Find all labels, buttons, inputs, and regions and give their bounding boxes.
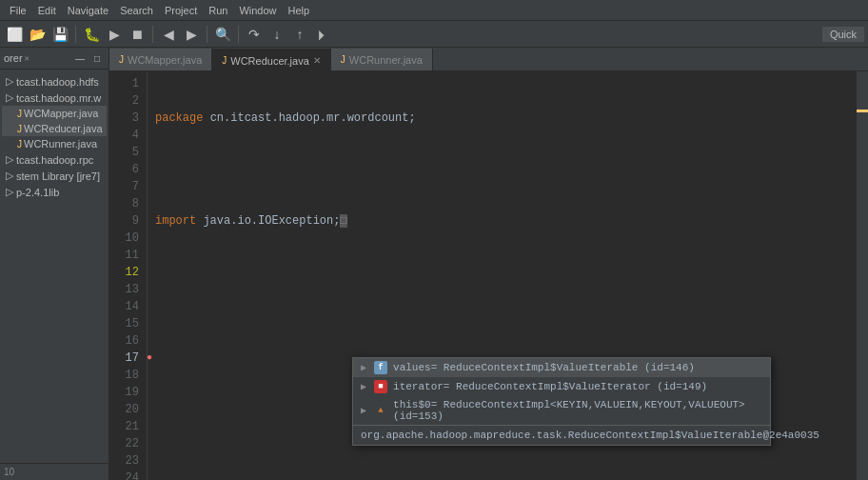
menu-help[interactable]: Help bbox=[283, 3, 316, 18]
code-line-2 bbox=[155, 161, 849, 178]
menu-edit[interactable]: Edit bbox=[32, 3, 62, 18]
tab-wcrunner[interactable]: J WCRunner.java bbox=[331, 49, 433, 70]
toolbar-forward[interactable]: ▶ bbox=[181, 24, 202, 45]
file-icon-2: J bbox=[17, 109, 22, 119]
tree-item-4[interactable]: J WCRunner.java bbox=[2, 136, 107, 151]
popup-expand-1: ▶ bbox=[361, 381, 366, 392]
toolbar-run[interactable]: ▶ bbox=[104, 24, 125, 45]
toolbar: ⬜ 📂 💾 🐛 ▶ ⏹ ◀ ▶ 🔍 ↷ ↓ ↑ ⏵ Quick bbox=[0, 21, 868, 48]
tab-wcreducer[interactable]: J WCReducer.java ✕ bbox=[212, 49, 331, 70]
code-line-8 bbox=[155, 470, 849, 480]
menu-window[interactable]: Window bbox=[233, 3, 282, 18]
file-icon-3: J bbox=[17, 124, 22, 134]
line-num-1: 1 bbox=[109, 75, 139, 92]
toolbar-sep4 bbox=[238, 26, 239, 43]
tree-item-1[interactable]: ▷ tcast.hadoop.mr.w bbox=[2, 90, 107, 106]
toolbar-step-over[interactable]: ↷ bbox=[244, 24, 265, 45]
tab-icon-wcmapper: J bbox=[119, 54, 124, 65]
line-num-19: 19 bbox=[109, 384, 139, 401]
menu-file[interactable]: File bbox=[4, 3, 32, 18]
tree-item-6[interactable]: ▷ stem Library [jre7] bbox=[2, 168, 107, 184]
toolbar-step-into[interactable]: ↓ bbox=[266, 24, 287, 45]
file-icon-4: J bbox=[17, 139, 22, 150]
tree-item-2[interactable]: J WCMapper.java bbox=[2, 106, 107, 121]
menu-navigate[interactable]: Navigate bbox=[62, 3, 114, 18]
line-num-22: 22 bbox=[109, 435, 139, 452]
toolbar-new[interactable]: ⬜ bbox=[4, 24, 25, 45]
popup-bottom-tooltip: org.apache.hadoop.mapreduce.task.ReduceC… bbox=[353, 425, 770, 445]
line-num-11: 11 bbox=[109, 247, 139, 264]
code-line-4 bbox=[155, 264, 849, 281]
tab-close-wcreducer[interactable]: ✕ bbox=[313, 55, 321, 66]
folder-icon-1: ▷ bbox=[6, 91, 13, 104]
quick-access-button[interactable]: Quick bbox=[822, 27, 864, 42]
tree-item-0[interactable]: ▷ tcast.hadoop.hdfs bbox=[2, 73, 107, 90]
error-marker bbox=[857, 110, 868, 112]
line-num-20: 20 bbox=[109, 401, 139, 418]
tab-wcmapper[interactable]: J WCMapper.java bbox=[109, 49, 212, 70]
panel-tab-icon: ✕ bbox=[25, 53, 30, 64]
toolbar-back[interactable]: ◀ bbox=[158, 24, 179, 45]
tree-item-3[interactable]: J WCReducer.java bbox=[2, 121, 107, 136]
main-layout: orer ✕ — □ ▷ tcast.hadoop.hdfs ▷ tcast.h… bbox=[0, 48, 868, 480]
line-num-16: 16 bbox=[109, 332, 139, 350]
popup-item-1[interactable]: ▶ ■ iterator= ReduceContextImpl$ValueIte… bbox=[353, 377, 770, 396]
line-num-13: 13 bbox=[109, 281, 139, 298]
editor-area: J WCMapper.java J WCReducer.java ✕ J WCR… bbox=[109, 48, 868, 480]
code-line-1: package cn.itcast.hadoop.mr.wordcount; bbox=[155, 110, 849, 127]
line-num-8: 8 bbox=[109, 195, 139, 212]
toolbar-step-out[interactable]: ↑ bbox=[289, 24, 310, 45]
line-num-5: 5 bbox=[109, 144, 139, 161]
popup-expand-0: ▶ bbox=[361, 362, 366, 373]
toolbar-debug[interactable]: 🐛 bbox=[81, 24, 102, 45]
menu-run[interactable]: Run bbox=[203, 3, 233, 18]
toolbar-stop[interactable]: ⏹ bbox=[127, 24, 148, 45]
popup-text-0: values= ReduceContextImpl$ValueIterable … bbox=[393, 362, 695, 373]
editor-content[interactable]: 1 2 3 4 5 6 7 8 9 10 11 12 13 14 15 16 1… bbox=[109, 71, 868, 480]
tab-bar: J WCMapper.java J WCReducer.java ✕ J WCR… bbox=[109, 48, 868, 71]
tree-item-7[interactable]: ▷ p-2.4.1lib bbox=[2, 184, 107, 200]
line-num-4: 4 bbox=[109, 127, 139, 144]
line-num-18: 18 bbox=[109, 367, 139, 384]
folder-icon-0: ▷ bbox=[6, 75, 13, 88]
code-line-3: import java.io.IOException;□ bbox=[155, 212, 849, 230]
toolbar-sep2 bbox=[152, 26, 153, 43]
popup-text-2: this$0= ReduceContextImpl<KEYIN,VALUEIN,… bbox=[393, 399, 762, 422]
autocomplete-popup: ▶ f values= ReduceContextImpl$ValueItera… bbox=[352, 357, 771, 446]
line-numbers: 1 2 3 4 5 6 7 8 9 10 11 12 13 14 15 16 1… bbox=[109, 71, 148, 480]
popup-icon-triangle: ▲ bbox=[374, 404, 387, 417]
line-num-10: 10 bbox=[109, 230, 139, 247]
folder-icon-6: ▷ bbox=[6, 170, 13, 182]
code-line-5 bbox=[155, 315, 849, 332]
menu-bar: File Edit Navigate Search Project Run Wi… bbox=[0, 0, 868, 21]
tab-icon-wcreducer: J bbox=[222, 55, 227, 66]
line-num-9: 9 bbox=[109, 212, 139, 230]
panel-minimize[interactable]: — bbox=[72, 50, 88, 66]
line-num-24: 24 bbox=[109, 470, 139, 480]
line-num-2: 2 bbox=[109, 92, 139, 110]
line-num-3: 3 bbox=[109, 110, 139, 127]
line-num-6: 6 bbox=[109, 161, 139, 178]
popup-item-2[interactable]: ▶ ▲ this$0= ReduceContextImpl<KEYIN,VALU… bbox=[353, 396, 770, 425]
menu-project[interactable]: Project bbox=[159, 3, 203, 18]
tree-item-5[interactable]: ▷ tcast.hadoop.rpc bbox=[2, 151, 107, 168]
menu-search[interactable]: Search bbox=[114, 3, 159, 18]
line-num-15: 15 bbox=[109, 315, 139, 332]
toolbar-save[interactable]: 💾 bbox=[49, 24, 70, 45]
popup-text-1: iterator= ReduceContextImpl$ValueIterato… bbox=[393, 381, 707, 392]
left-panel: orer ✕ — □ ▷ tcast.hadoop.hdfs ▷ tcast.h… bbox=[0, 48, 109, 480]
line-num-7: 7 bbox=[109, 178, 139, 195]
toolbar-search[interactable]: 🔍 bbox=[212, 24, 233, 45]
tree-area: ▷ tcast.hadoop.hdfs ▷ tcast.hadoop.mr.w … bbox=[0, 70, 108, 463]
panel-maximize[interactable]: □ bbox=[89, 50, 105, 66]
panel-icons: — □ bbox=[72, 50, 105, 66]
line-num-17: 17 bbox=[109, 350, 139, 367]
popup-item-0[interactable]: ▶ f values= ReduceContextImpl$ValueItera… bbox=[353, 358, 770, 377]
toolbar-resume[interactable]: ⏵ bbox=[312, 24, 333, 45]
toolbar-sep3 bbox=[207, 26, 207, 43]
popup-expand-2: ▶ bbox=[361, 405, 366, 416]
marker-bar bbox=[857, 71, 868, 480]
toolbar-open[interactable]: 📂 bbox=[27, 24, 48, 45]
toolbar-sep1 bbox=[75, 26, 76, 43]
folder-icon-7: ▷ bbox=[6, 186, 13, 198]
